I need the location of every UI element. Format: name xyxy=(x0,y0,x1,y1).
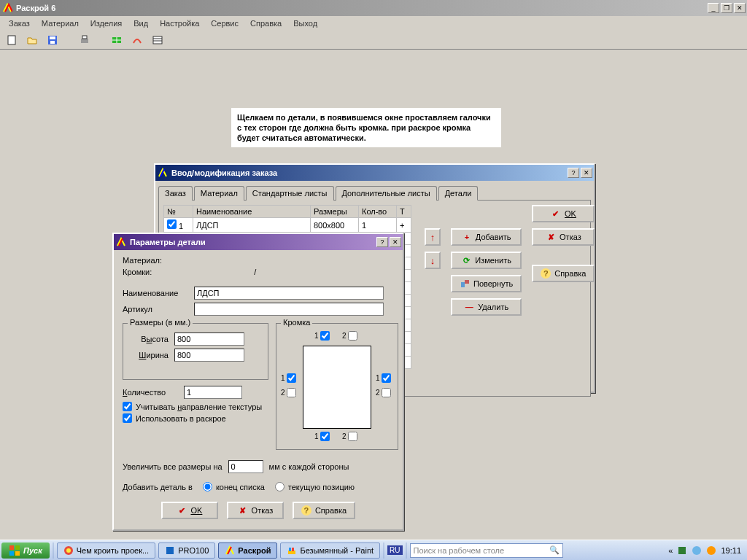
menu-item[interactable]: Изделия xyxy=(86,18,126,29)
start-button[interactable]: Пуск xyxy=(1,542,50,559)
open-icon[interactable] xyxy=(25,33,39,47)
qty-input[interactable] xyxy=(184,386,242,399)
detail-help-button[interactable]: ?Справка xyxy=(293,502,355,519)
menu-item[interactable]: Материал xyxy=(37,18,83,29)
tab-material[interactable]: Материал xyxy=(194,186,244,201)
route-icon[interactable] xyxy=(130,33,144,47)
svg-rect-15 xyxy=(15,545,20,550)
kromka-top-2[interactable]: 2 xyxy=(342,331,357,341)
desktop-search[interactable]: Поиск на рабочем столе 🔍 xyxy=(410,543,563,558)
tab-stdsheets[interactable]: Стандартные листы xyxy=(246,186,334,201)
qty-label: Количество xyxy=(123,388,178,397)
task-item[interactable]: PRO100 xyxy=(158,542,215,559)
kromka-bottom-2[interactable]: 2 xyxy=(342,432,357,441)
svg-rect-20 xyxy=(166,547,174,554)
table-row[interactable]: 1 ЛДСП 800x800 1 + xyxy=(164,218,411,233)
question-icon: ? xyxy=(301,505,311,516)
order-tabs: Заказ Материал Стандартные листы Дополни… xyxy=(158,185,591,200)
menu-item[interactable]: Выход xyxy=(289,18,322,29)
material-label: Материал: xyxy=(123,256,394,265)
move-down-button[interactable]: ↓ xyxy=(425,252,441,269)
tab-order[interactable]: Заказ xyxy=(158,186,193,201)
col-size[interactable]: Размеры xyxy=(311,206,359,218)
col-num[interactable]: № xyxy=(164,206,193,218)
svg-point-26 xyxy=(707,546,716,555)
close-button[interactable]: ✕ xyxy=(581,168,592,178)
usecut-label: Использовать в раскрое xyxy=(136,414,226,423)
addto-end-radio[interactable]: конец списка xyxy=(203,482,265,491)
menu-item[interactable]: Настройка xyxy=(155,18,204,29)
arrow-up-icon: ↑ xyxy=(430,233,436,242)
tab-addsheets[interactable]: Дополнительные листы xyxy=(336,186,437,201)
windows-logo-icon xyxy=(9,545,20,556)
article-input[interactable] xyxy=(194,303,384,316)
help-button[interactable]: ?Справка xyxy=(532,265,595,282)
lang-indicator[interactable]: RU xyxy=(387,545,402,555)
help-button[interactable]: ? xyxy=(376,237,388,247)
menu-item[interactable]: Вид xyxy=(129,18,152,29)
clock[interactable]: 19:11 xyxy=(721,546,741,555)
tray-sound-icon[interactable] xyxy=(692,545,702,556)
x-icon: ✘ xyxy=(238,505,248,516)
print-icon[interactable] xyxy=(77,33,92,47)
detail-cancel-button[interactable]: ✘Отказ xyxy=(227,502,284,519)
add-button[interactable]: +Добавить xyxy=(451,228,522,246)
delete-button[interactable]: —Удалить xyxy=(451,298,522,316)
menu-item[interactable]: Сервис xyxy=(206,18,243,29)
texture-checkbox[interactable] xyxy=(123,402,132,411)
task-item[interactable]: Раскрой xyxy=(218,542,277,559)
width-input[interactable] xyxy=(174,349,244,362)
svg-rect-0 xyxy=(8,36,15,44)
move-up-button[interactable]: ↑ xyxy=(425,228,441,246)
grid1-icon[interactable] xyxy=(109,33,124,47)
kromka-bottom-1[interactable]: 1 xyxy=(314,432,330,441)
article-label: Артикул xyxy=(123,305,188,314)
svg-rect-22 xyxy=(289,548,291,551)
minimize-button[interactable]: _ xyxy=(708,3,719,13)
menu-item[interactable]: Справка xyxy=(246,18,286,29)
enlarge-input[interactable] xyxy=(228,460,263,473)
detail-ok-button[interactable]: ✔OK xyxy=(161,502,218,519)
kromka-right-1[interactable]: 1 xyxy=(376,373,391,383)
menu-item[interactable]: Заказ xyxy=(4,18,34,29)
edit-button[interactable]: ⟳Изменить xyxy=(451,252,522,269)
task-item[interactable]: Безымянный - Paint xyxy=(280,542,380,559)
tray-globe-icon[interactable] xyxy=(706,545,716,556)
help-button[interactable]: ? xyxy=(568,168,579,178)
usecut-checkbox[interactable] xyxy=(123,413,132,423)
new-icon[interactable] xyxy=(4,33,19,47)
kromka-left-1[interactable]: 1 xyxy=(281,373,296,383)
close-button[interactable]: ✕ xyxy=(734,3,746,13)
row-checkbox[interactable] xyxy=(167,219,177,229)
kromka-top-1[interactable]: 1 xyxy=(314,331,330,341)
save-icon[interactable] xyxy=(45,33,60,47)
close-button[interactable]: ✕ xyxy=(390,237,401,247)
addto-pos-radio[interactable]: текущую позицию xyxy=(275,482,355,491)
cancel-button[interactable]: ✘Отказ xyxy=(532,228,595,246)
tray-chevron-icon[interactable]: « xyxy=(668,546,673,555)
addto-label: Добавить деталь в xyxy=(123,483,193,491)
main-title-text: Раскрой 6 xyxy=(16,4,708,12)
height-input[interactable] xyxy=(174,332,244,346)
svg-rect-4 xyxy=(81,39,88,43)
order-window-title: Ввод/модификация заказа xyxy=(171,168,568,177)
kromka-left-2[interactable]: 2 xyxy=(281,388,296,397)
maximize-button[interactable]: ❐ xyxy=(721,3,732,13)
rotate-button[interactable]: Повернуть xyxy=(451,275,522,292)
svg-rect-5 xyxy=(82,36,87,39)
taskbar: Пуск Чем кроить проек... PRO100 Раскрой … xyxy=(0,540,747,560)
col-t[interactable]: Т xyxy=(397,206,411,218)
ok-button[interactable]: ✔OK xyxy=(532,205,595,222)
col-name[interactable]: Наименование xyxy=(193,206,311,218)
name-label: Наименование xyxy=(123,289,188,298)
tab-details[interactable]: Детали xyxy=(438,186,479,201)
kromka-right-2[interactable]: 2 xyxy=(376,388,391,397)
grid2-icon[interactable] xyxy=(150,33,165,47)
col-qty[interactable]: Кол-во xyxy=(359,206,397,218)
name-input[interactable] xyxy=(194,287,384,300)
tray-icon[interactable] xyxy=(677,545,687,556)
task-item[interactable]: Чем кроить проек... xyxy=(57,542,155,559)
main-titlebar: Раскрой 6 _ ❐ ✕ xyxy=(0,0,747,16)
system-tray[interactable]: « 19:11 xyxy=(668,545,746,556)
svg-rect-9 xyxy=(153,36,162,44)
